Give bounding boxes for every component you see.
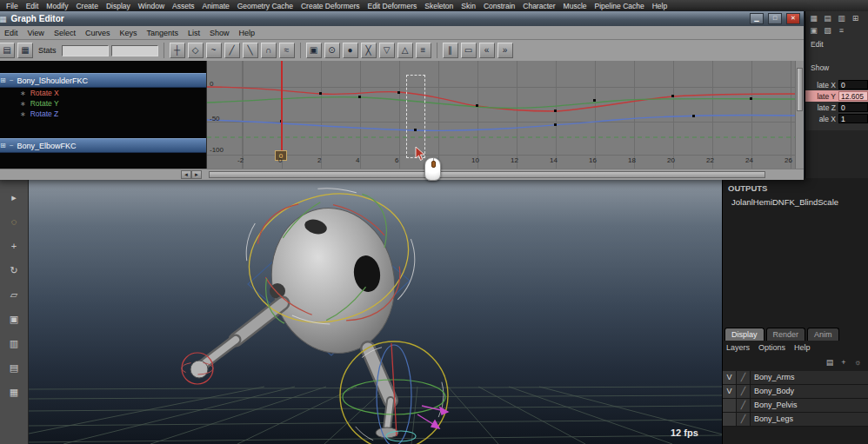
tool-settings-icon[interactable]: ⊞ <box>850 13 861 23</box>
menu-item-constrain[interactable]: Constrain <box>484 2 515 10</box>
tangent-clamped-icon[interactable]: ∩ <box>261 43 277 58</box>
free-tangent-weight-icon[interactable]: △ <box>397 43 413 58</box>
menu-item-skin[interactable]: Skin <box>461 2 476 10</box>
ge-menu-tangents[interactable]: Tangents <box>146 29 178 37</box>
swap-buffer-icon[interactable]: ▭ <box>461 43 477 58</box>
buffer-curve-icon[interactable]: ∥ <box>443 43 458 58</box>
outputs-node-item[interactable]: JolanlHemiDNFK_BlindScale <box>731 197 838 207</box>
pre-infinity-icon[interactable]: « <box>479 43 495 58</box>
stats-time-input[interactable] <box>62 45 109 56</box>
viewport-canvas[interactable]: 12 fps <box>29 178 722 444</box>
layout-outliner-icon[interactable]: ▦ <box>4 383 23 401</box>
menu-item-display[interactable]: Display <box>106 2 130 10</box>
rotate-z-curve[interactable] <box>207 116 795 131</box>
channel-value-field[interactable]: 1 <box>838 114 868 123</box>
frame-playback-icon[interactable]: ⊙ <box>324 43 340 58</box>
menu-item-edit[interactable]: Edit <box>26 2 39 10</box>
options-menu[interactable]: Options <box>758 343 785 352</box>
frame-all-icon[interactable]: ▣ <box>306 43 322 58</box>
perspective-viewport[interactable]: 12 fps <box>29 178 722 444</box>
outliner-group-shoulder[interactable]: ⊞ ~ Bony_lShoulderFKC <box>0 73 206 88</box>
layer-color-swatch[interactable]: ╱ <box>737 399 751 412</box>
menu-item-window[interactable]: Window <box>138 2 164 10</box>
attribute-editor-icon[interactable]: ▥ <box>836 13 847 23</box>
select-tool-icon[interactable]: ▸ <box>4 189 23 206</box>
scroll-right-icon[interactable]: ► <box>191 170 202 179</box>
menu-item-file[interactable]: File <box>6 2 18 10</box>
break-tangents-icon[interactable]: ╳ <box>361 43 377 58</box>
graph-editor-hscroll[interactable]: ◄ ► <box>0 169 804 180</box>
scale-tool-icon[interactable]: ▱ <box>4 286 23 303</box>
menu-item-help[interactable]: Help <box>652 2 667 10</box>
menu-item-character[interactable]: Character <box>523 2 555 10</box>
stats-value-input[interactable] <box>111 45 158 56</box>
lasso-tool-icon[interactable]: ◌ <box>4 213 23 230</box>
move-tool-icon[interactable]: + <box>4 237 23 255</box>
ge-menu-select[interactable]: Select <box>54 29 76 37</box>
rotate-y-curve[interactable] <box>207 97 795 109</box>
vscroll-thumb[interactable] <box>797 68 803 111</box>
expand-icon[interactable]: ⊞ <box>0 142 6 149</box>
post-infinity-icon[interactable]: » <box>497 43 513 58</box>
layer-color-swatch[interactable]: ╱ <box>737 371 751 384</box>
layers-menu[interactable]: Layers <box>726 343 750 352</box>
center-current-time-icon[interactable]: ● <box>343 43 358 58</box>
rotate-tool-icon[interactable]: ↻ <box>4 262 23 279</box>
move-key-icon[interactable]: ┼ <box>170 43 185 58</box>
close-button[interactable]: ✕ <box>786 13 800 24</box>
ge-menu-view[interactable]: View <box>28 29 44 37</box>
ge-menu-keys[interactable]: Keys <box>119 29 137 37</box>
panel-menu-icon[interactable]: ≡ <box>836 25 847 36</box>
layer-visibility-toggle[interactable] <box>723 413 737 426</box>
channel-value-field[interactable]: 0 <box>838 80 868 89</box>
ge-menu-curves[interactable]: Curves <box>85 29 110 37</box>
ge-menu-edit[interactable]: Edit <box>4 29 18 37</box>
menu-item-geometry-cache[interactable]: Geometry Cache <box>237 2 293 10</box>
layer-options-icon[interactable]: ▤ <box>825 357 835 368</box>
layer-row[interactable]: V ╱ Bony_Arms <box>723 371 868 385</box>
layer-editor-icon[interactable]: ▤ <box>822 13 833 23</box>
layout-two-pane-icon[interactable]: ▥ <box>4 335 23 352</box>
channel-value-field[interactable]: 0 <box>838 103 868 112</box>
layer-visibility-toggle[interactable] <box>723 399 737 412</box>
tangent-spline-icon[interactable]: ╱ <box>224 43 240 58</box>
unify-tangents-icon[interactable]: ▽ <box>379 43 395 58</box>
panel-shaded-icon[interactable]: ▧ <box>822 25 833 36</box>
menu-item-pipeline-cache[interactable]: Pipeline Cache <box>595 2 644 10</box>
menu-item-muscle[interactable]: Muscle <box>564 2 587 10</box>
layout-single-pane-icon[interactable]: ▣ <box>4 310 23 328</box>
layer-name[interactable]: Bony_Body <box>751 385 868 398</box>
maximize-button[interactable]: □ <box>768 13 782 24</box>
channel-box-icon[interactable]: ▦ <box>808 13 819 23</box>
channel-box-menu-edit[interactable]: Edit <box>805 40 868 49</box>
create-layer-icon[interactable]: + <box>838 357 849 368</box>
spreadsheet-icon[interactable]: ▤ <box>0 43 15 58</box>
layout-four-pane-icon[interactable]: ▤ <box>4 359 23 376</box>
minimize-button[interactable]: ▁ <box>750 13 764 24</box>
outliner-group-elbow[interactable]: ⊞ ~ Bony_ElbowFKC <box>0 138 206 153</box>
outliner-attr-rotate-y[interactable]: ∗ Rotate Y <box>0 98 206 109</box>
current-time-indicator[interactable] <box>281 61 283 160</box>
layer-name[interactable]: Bony_Pelvis <box>751 399 868 412</box>
menu-item-edit-deformers[interactable]: Edit Deformers <box>368 2 417 10</box>
tangent-linear-icon[interactable]: ╲ <box>243 43 258 58</box>
layer-visibility-toggle[interactable]: V <box>723 371 737 384</box>
layer-name[interactable]: Bony_Arms <box>751 371 868 384</box>
layer-color-swatch[interactable]: ╱ <box>737 413 751 426</box>
help-menu[interactable]: Help <box>794 343 811 352</box>
graph-editor-titlebar[interactable]: ▦ Graph Editor ▁ □ ✕ <box>0 11 804 26</box>
create-override-layer-icon[interactable]: ☼ <box>852 357 863 368</box>
menu-item-skeleton[interactable]: Skeleton <box>424 2 453 10</box>
lock-tangent-weight-icon[interactable]: ≡ <box>416 43 431 58</box>
ge-menu-list[interactable]: List <box>188 29 200 37</box>
channel-box-menu-show[interactable]: Show <box>805 63 868 72</box>
graph-editor-vscroll[interactable] <box>795 61 804 169</box>
ge-menu-show[interactable]: Show <box>210 29 230 37</box>
menu-item-animate[interactable]: Animate <box>203 2 230 10</box>
panel-grid-icon[interactable]: ▣ <box>808 25 819 36</box>
layer-color-swatch[interactable]: ╱ <box>737 385 751 398</box>
menu-item-create[interactable]: Create <box>76 2 98 10</box>
outliner-toggle-icon[interactable]: ▦ <box>17 43 33 58</box>
ge-menu-help[interactable]: Help <box>238 29 255 37</box>
menu-item-assets[interactable]: Assets <box>172 2 195 10</box>
